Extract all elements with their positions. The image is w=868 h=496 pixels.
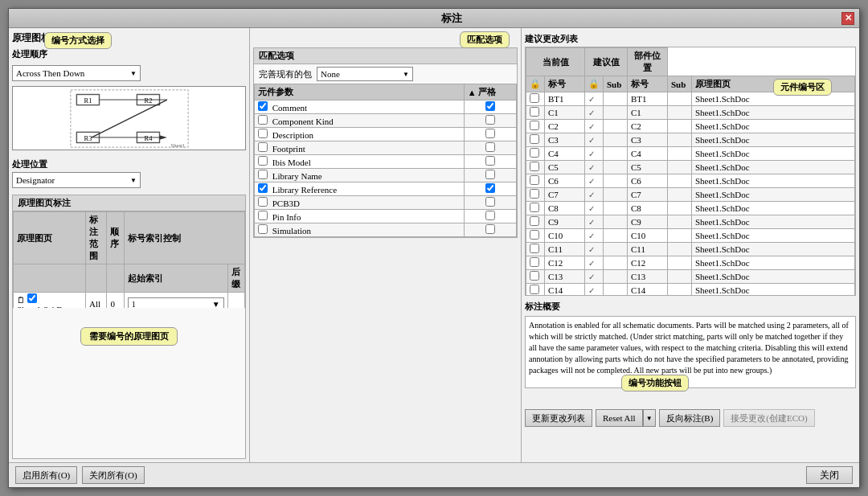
mid-panel: 匹配选项 匹配选项 完善现有的包 None ▼ (250, 28, 522, 462)
strict-checkbox-0[interactable] (485, 101, 495, 111)
row-sub-c-10 (604, 229, 628, 243)
row-check-7[interactable] (530, 189, 539, 199)
row-suggested-2: C2 (628, 120, 668, 133)
reverse-button[interactable]: 反向标注(B) (659, 409, 721, 427)
strict-checkbox-3[interactable] (485, 142, 495, 152)
order-dropdown[interactable]: Across Then Down ▼ (12, 65, 141, 81)
row-check-10[interactable] (530, 230, 539, 240)
param-checkbox-1[interactable] (258, 115, 268, 125)
accept-button[interactable]: 接受更改(创建ECO) (723, 409, 814, 427)
row-check-icon-8: ✓ (588, 204, 595, 213)
row-check-11[interactable] (530, 244, 539, 253)
col-sub-c: Sub (604, 76, 628, 92)
row-check-4[interactable] (530, 148, 539, 158)
location-label: 处理位置 (12, 158, 246, 170)
row-check-6[interactable] (530, 175, 539, 185)
row-sub-s-8 (668, 202, 692, 215)
sheet-label: 原理图页标注 (13, 195, 245, 211)
right-table-row: C6 ✓ C6 Sheet1.SchDoc (526, 174, 855, 188)
lock-icon2: 🔒 (588, 79, 600, 88)
sheet-row: 🗒 Sheet1.SchDoc All 0 1 ▼ (14, 293, 245, 309)
left-panel: 原理图标注配置器 处理顺序 编号方式选择 Across Then Down ▼ (9, 28, 250, 462)
strict-checkbox-2[interactable] (485, 129, 495, 138)
row-sub-s-3 (668, 133, 692, 147)
row-check-8[interactable] (530, 203, 539, 212)
param-checkbox-9[interactable] (258, 224, 268, 234)
row-check-1[interactable] (530, 107, 539, 117)
dialog-body: 原理图标注配置器 处理顺序 编号方式选择 Across Then Down ▼ (9, 28, 859, 462)
row-current-11: C11 (545, 243, 585, 256)
param-checkbox-0[interactable] (258, 101, 268, 111)
row-check-0[interactable] (530, 93, 539, 103)
row-suggested-11: C11 (628, 243, 668, 256)
param-checkbox-6[interactable] (258, 183, 268, 193)
right-table-row: C4 ✓ C4 Sheet1.SchDoc (526, 147, 855, 161)
row-check-14[interactable] (530, 285, 539, 294)
enable-all-button[interactable]: 启用所有(O) (15, 466, 77, 484)
param-row: Library Name (255, 169, 517, 182)
start-arrow: ▼ (212, 300, 220, 309)
reset-group: Reset All ▼ (596, 409, 656, 427)
col-suggested-header: 建议值 (585, 48, 628, 76)
strict-checkbox-4[interactable] (485, 156, 495, 166)
row-check-icon-14: ✓ (588, 286, 595, 295)
row-check-3[interactable] (530, 134, 539, 144)
row-current-3: C3 (545, 133, 585, 147)
row-check-icon-4: ✓ (588, 150, 595, 158)
strict-checkbox-5[interactable] (485, 170, 495, 179)
complete-label: 完善现有的包 (259, 68, 312, 80)
strict-checkbox-8[interactable] (485, 211, 495, 220)
row-current-13: C13 (545, 270, 585, 284)
svg-text:R2: R2 (144, 96, 152, 104)
right-panel: 建议更改列表 元件编号区 当前值 建议值 部件位置 🔒 标号 (522, 28, 859, 462)
row-check-9[interactable] (530, 216, 539, 226)
row-check-13[interactable] (530, 271, 539, 281)
row-page-4: Sheet1.SchDoc (692, 147, 855, 161)
right-table-row: C7 ✓ C7 Sheet1.SchDoc (526, 188, 855, 202)
param-checkbox-2[interactable] (258, 129, 268, 138)
complete-dropdown[interactable]: None ▼ (317, 67, 413, 81)
update-list-button[interactable]: 更新更改列表 (525, 409, 592, 427)
row-check-12[interactable] (530, 257, 539, 267)
param-checkbox-4[interactable] (258, 156, 268, 166)
svg-text:Sheet1: Sheet1 (170, 142, 185, 148)
row-sub-c-14 (604, 284, 628, 297)
param-checkbox-7[interactable] (258, 197, 268, 207)
preview-svg: R1 R2 R3 R4 (69, 88, 190, 149)
row-sub-c-2 (604, 120, 628, 133)
strict-checkbox-7[interactable] (485, 197, 495, 207)
sheet-checkbox[interactable] (27, 293, 37, 303)
sheet-suffix (227, 293, 244, 309)
location-dropdown[interactable]: Designator ▼ (12, 172, 141, 188)
param-checkbox-3[interactable] (258, 142, 268, 152)
strict-checkbox-1[interactable] (485, 115, 495, 125)
strict-checkbox-6[interactable] (485, 183, 495, 193)
row-sub-c-1 (604, 106, 628, 120)
row-check-2[interactable] (530, 121, 539, 130)
order-dropdown-arrow: ▼ (130, 70, 137, 77)
reset-button[interactable]: Reset All (596, 409, 643, 427)
row-sub-s-14 (668, 284, 692, 297)
row-page-5: Sheet1.SchDoc (692, 161, 855, 174)
svg-marker-11 (159, 135, 166, 140)
start-dropdown[interactable]: 1 ▼ (128, 297, 224, 308)
row-sub-s-2 (668, 120, 692, 133)
sheet-range: All (86, 293, 107, 309)
row-suggested-13: C13 (628, 270, 668, 284)
param-scroll: 元件参数 ▲ 严格 (254, 84, 517, 237)
strict-checkbox-9[interactable] (485, 224, 495, 234)
param-name-2: Description (272, 130, 313, 140)
row-page-11: Sheet1.SchDoc (692, 243, 855, 256)
close-dialog-button[interactable]: 关闭 (806, 466, 853, 484)
sheet-col-range: 标注范围 (86, 212, 107, 264)
reset-dropdown-arrow[interactable]: ▼ (643, 409, 656, 427)
col-sub-s: Sub (668, 76, 692, 92)
close-button[interactable]: ✕ (841, 12, 854, 25)
param-name-6: Library Reference (272, 185, 337, 195)
col-designator-c: 标号 (545, 76, 585, 92)
param-checkbox-5[interactable] (258, 170, 268, 179)
disable-all-button[interactable]: 关闭所有(O) (82, 466, 144, 484)
param-checkbox-8[interactable] (258, 211, 268, 220)
main-dialog: 标注 ✕ 原理图标注配置器 处理顺序 编号方式选择 Across Then Do… (8, 8, 860, 488)
row-check-5[interactable] (530, 162, 539, 171)
